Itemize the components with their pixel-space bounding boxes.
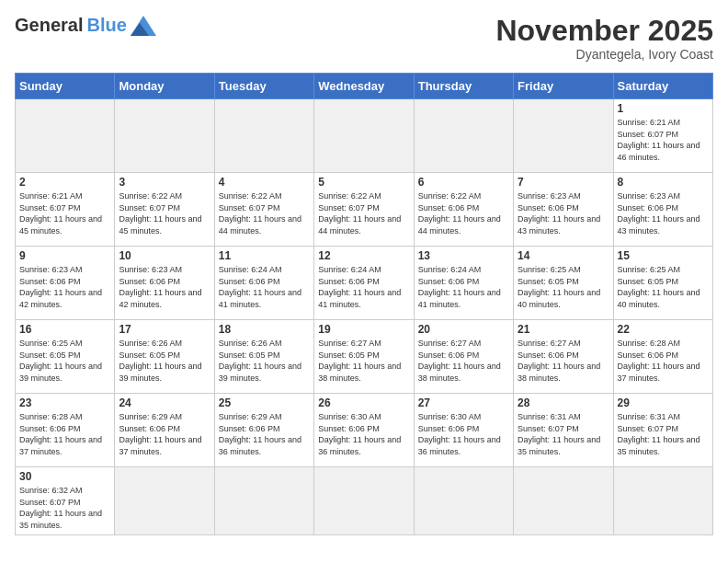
day-info: Sunrise: 6:26 AM Sunset: 6:05 PM Dayligh… bbox=[119, 338, 210, 384]
calendar-cell: 15Sunrise: 6:25 AM Sunset: 6:05 PM Dayli… bbox=[613, 247, 712, 320]
day-info: Sunrise: 6:31 AM Sunset: 6:07 PM Dayligh… bbox=[518, 411, 609, 457]
weekday-header: Tuesday bbox=[214, 74, 313, 99]
calendar-cell bbox=[115, 99, 214, 173]
calendar-week-row: 2Sunrise: 6:21 AM Sunset: 6:07 PM Daylig… bbox=[16, 173, 713, 247]
calendar-cell: 14Sunrise: 6:25 AM Sunset: 6:05 PM Dayli… bbox=[514, 247, 613, 320]
calendar-cell: 6Sunrise: 6:22 AM Sunset: 6:06 PM Daylig… bbox=[414, 173, 513, 247]
day-info: Sunrise: 6:29 AM Sunset: 6:06 PM Dayligh… bbox=[119, 411, 210, 457]
weekday-header: Thursday bbox=[414, 74, 513, 99]
day-number: 7 bbox=[518, 176, 609, 189]
location: Dyantegela, Ivory Coast bbox=[495, 47, 713, 62]
day-number: 10 bbox=[119, 249, 210, 262]
weekday-header: Sunday bbox=[16, 74, 115, 99]
calendar-cell bbox=[214, 467, 313, 534]
day-info: Sunrise: 6:22 AM Sunset: 6:06 PM Dayligh… bbox=[418, 190, 509, 236]
day-info: Sunrise: 6:25 AM Sunset: 6:05 PM Dayligh… bbox=[19, 338, 110, 384]
calendar-cell: 18Sunrise: 6:26 AM Sunset: 6:05 PM Dayli… bbox=[214, 320, 313, 394]
calendar-cell: 3Sunrise: 6:22 AM Sunset: 6:07 PM Daylig… bbox=[115, 173, 214, 247]
calendar-week-row: 9Sunrise: 6:23 AM Sunset: 6:06 PM Daylig… bbox=[16, 247, 713, 320]
calendar-table: SundayMondayTuesdayWednesdayThursdayFrid… bbox=[15, 73, 713, 534]
day-number: 8 bbox=[618, 176, 709, 189]
calendar-cell bbox=[514, 99, 613, 173]
calendar-cell: 19Sunrise: 6:27 AM Sunset: 6:05 PM Dayli… bbox=[314, 320, 414, 394]
day-number: 3 bbox=[119, 176, 210, 189]
title-block: November 2025 Dyantegela, Ivory Coast bbox=[495, 15, 713, 62]
day-info: Sunrise: 6:30 AM Sunset: 6:06 PM Dayligh… bbox=[418, 411, 509, 457]
day-info: Sunrise: 6:27 AM Sunset: 6:05 PM Dayligh… bbox=[318, 338, 409, 384]
day-number: 11 bbox=[219, 249, 310, 262]
day-number: 29 bbox=[618, 396, 709, 409]
weekday-header: Wednesday bbox=[314, 74, 414, 99]
day-number: 24 bbox=[119, 396, 210, 409]
calendar-cell bbox=[115, 467, 214, 534]
calendar-week-row: 16Sunrise: 6:25 AM Sunset: 6:05 PM Dayli… bbox=[16, 320, 713, 394]
day-info: Sunrise: 6:28 AM Sunset: 6:06 PM Dayligh… bbox=[618, 338, 709, 384]
calendar-cell: 23Sunrise: 6:28 AM Sunset: 6:06 PM Dayli… bbox=[16, 394, 115, 467]
day-info: Sunrise: 6:23 AM Sunset: 6:06 PM Dayligh… bbox=[19, 264, 110, 310]
calendar-cell: 24Sunrise: 6:29 AM Sunset: 6:06 PM Dayli… bbox=[115, 394, 214, 467]
day-number: 25 bbox=[219, 396, 310, 409]
calendar-cell bbox=[314, 99, 414, 173]
day-info: Sunrise: 6:32 AM Sunset: 6:07 PM Dayligh… bbox=[19, 485, 110, 531]
weekday-header-row: SundayMondayTuesdayWednesdayThursdayFrid… bbox=[16, 74, 713, 99]
logo-icon bbox=[131, 16, 156, 36]
day-info: Sunrise: 6:23 AM Sunset: 6:06 PM Dayligh… bbox=[518, 190, 609, 236]
day-info: Sunrise: 6:21 AM Sunset: 6:07 PM Dayligh… bbox=[19, 190, 110, 236]
day-info: Sunrise: 6:22 AM Sunset: 6:07 PM Dayligh… bbox=[318, 190, 409, 236]
calendar-cell: 12Sunrise: 6:24 AM Sunset: 6:06 PM Dayli… bbox=[314, 247, 414, 320]
day-info: Sunrise: 6:25 AM Sunset: 6:05 PM Dayligh… bbox=[518, 264, 609, 310]
day-number: 22 bbox=[618, 323, 709, 336]
calendar-cell: 28Sunrise: 6:31 AM Sunset: 6:07 PM Dayli… bbox=[514, 394, 613, 467]
calendar-cell: 9Sunrise: 6:23 AM Sunset: 6:06 PM Daylig… bbox=[16, 247, 115, 320]
weekday-header: Saturday bbox=[613, 74, 712, 99]
calendar-cell: 16Sunrise: 6:25 AM Sunset: 6:05 PM Dayli… bbox=[16, 320, 115, 394]
page-header: General Blue November 2025 Dyantegela, I… bbox=[15, 15, 713, 62]
calendar-cell bbox=[214, 99, 313, 173]
day-number: 14 bbox=[518, 249, 609, 262]
day-info: Sunrise: 6:25 AM Sunset: 6:05 PM Dayligh… bbox=[618, 264, 709, 310]
day-info: Sunrise: 6:29 AM Sunset: 6:06 PM Dayligh… bbox=[219, 411, 310, 457]
calendar-cell: 8Sunrise: 6:23 AM Sunset: 6:06 PM Daylig… bbox=[613, 173, 712, 247]
day-info: Sunrise: 6:21 AM Sunset: 6:07 PM Dayligh… bbox=[618, 117, 709, 163]
day-info: Sunrise: 6:23 AM Sunset: 6:06 PM Dayligh… bbox=[119, 264, 210, 310]
day-number: 6 bbox=[418, 176, 509, 189]
calendar-cell: 20Sunrise: 6:27 AM Sunset: 6:06 PM Dayli… bbox=[414, 320, 513, 394]
calendar-week-row: 23Sunrise: 6:28 AM Sunset: 6:06 PM Dayli… bbox=[16, 394, 713, 467]
day-info: Sunrise: 6:30 AM Sunset: 6:06 PM Dayligh… bbox=[318, 411, 409, 457]
calendar-cell: 22Sunrise: 6:28 AM Sunset: 6:06 PM Dayli… bbox=[613, 320, 712, 394]
day-number: 16 bbox=[19, 323, 110, 336]
day-info: Sunrise: 6:26 AM Sunset: 6:05 PM Dayligh… bbox=[219, 338, 310, 384]
logo: General Blue bbox=[15, 15, 156, 36]
calendar-cell bbox=[16, 99, 115, 173]
calendar-cell: 25Sunrise: 6:29 AM Sunset: 6:06 PM Dayli… bbox=[214, 394, 313, 467]
calendar-cell: 2Sunrise: 6:21 AM Sunset: 6:07 PM Daylig… bbox=[16, 173, 115, 247]
day-number: 9 bbox=[19, 249, 110, 262]
calendar-cell bbox=[414, 99, 513, 173]
day-number: 17 bbox=[119, 323, 210, 336]
calendar-week-row: 1Sunrise: 6:21 AM Sunset: 6:07 PM Daylig… bbox=[16, 99, 713, 173]
weekday-header: Friday bbox=[514, 74, 613, 99]
day-number: 27 bbox=[418, 396, 509, 409]
calendar-cell: 5Sunrise: 6:22 AM Sunset: 6:07 PM Daylig… bbox=[314, 173, 414, 247]
day-number: 19 bbox=[318, 323, 409, 336]
calendar-cell: 4Sunrise: 6:22 AM Sunset: 6:07 PM Daylig… bbox=[214, 173, 313, 247]
day-info: Sunrise: 6:27 AM Sunset: 6:06 PM Dayligh… bbox=[418, 338, 509, 384]
calendar-cell bbox=[314, 467, 414, 534]
calendar-cell: 10Sunrise: 6:23 AM Sunset: 6:06 PM Dayli… bbox=[115, 247, 214, 320]
day-info: Sunrise: 6:31 AM Sunset: 6:07 PM Dayligh… bbox=[618, 411, 709, 457]
day-number: 1 bbox=[618, 102, 709, 115]
day-info: Sunrise: 6:23 AM Sunset: 6:06 PM Dayligh… bbox=[618, 190, 709, 236]
day-number: 13 bbox=[418, 249, 509, 262]
calendar-cell bbox=[414, 467, 513, 534]
day-info: Sunrise: 6:24 AM Sunset: 6:06 PM Dayligh… bbox=[318, 264, 409, 310]
day-number: 18 bbox=[219, 323, 310, 336]
calendar-cell: 11Sunrise: 6:24 AM Sunset: 6:06 PM Dayli… bbox=[214, 247, 313, 320]
logo-general: General bbox=[15, 15, 83, 36]
day-number: 5 bbox=[318, 176, 409, 189]
calendar-cell: 30Sunrise: 6:32 AM Sunset: 6:07 PM Dayli… bbox=[16, 467, 115, 534]
calendar-week-row: 30Sunrise: 6:32 AM Sunset: 6:07 PM Dayli… bbox=[16, 467, 713, 534]
day-number: 30 bbox=[19, 470, 110, 483]
calendar-cell: 1Sunrise: 6:21 AM Sunset: 6:07 PM Daylig… bbox=[613, 99, 712, 173]
day-info: Sunrise: 6:24 AM Sunset: 6:06 PM Dayligh… bbox=[418, 264, 509, 310]
calendar-cell: 21Sunrise: 6:27 AM Sunset: 6:06 PM Dayli… bbox=[514, 320, 613, 394]
